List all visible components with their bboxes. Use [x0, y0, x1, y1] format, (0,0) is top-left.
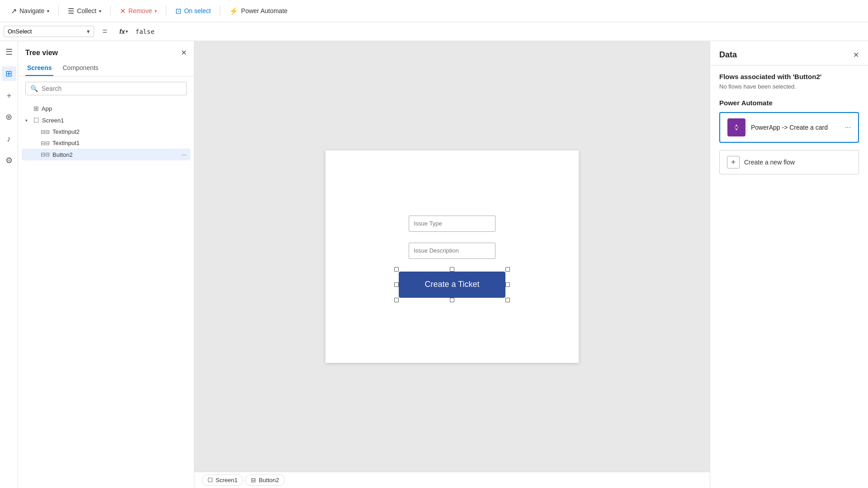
tree-item-screen1[interactable]: ▾ ☐ Screen1	[22, 114, 190, 126]
search-icon: 🔍	[30, 85, 38, 92]
navigate-label: Navigate	[19, 7, 44, 14]
collect-label: Collect	[77, 7, 96, 14]
data-btn[interactable]: ⊛	[2, 110, 16, 124]
formula-bar: OnSelect ▾ = fx ▾	[0, 22, 868, 41]
tree-item-textinput1[interactable]: ⊟⊟ TextInput1	[22, 137, 190, 149]
button-icon: ⊟⊟	[41, 151, 50, 158]
breadcrumb-screen1[interactable]: ☐ Screen1	[202, 474, 243, 486]
tree-tabs: Screens Components	[18, 61, 194, 76]
breadcrumb-button2-label: Button2	[259, 477, 279, 483]
fx-btn[interactable]: fx ▾	[116, 26, 132, 37]
breadcrumb-screen1-label: Screen1	[216, 477, 237, 483]
data-panel: Data ✕ Flows associated with 'Button2' N…	[710, 41, 868, 488]
cursor-icon: ⊡	[175, 7, 181, 15]
tree-item-label5: Button2	[52, 151, 73, 158]
settings-btn[interactable]: ⚙	[2, 153, 16, 168]
divider4	[220, 5, 220, 16]
canvas-form: Create a Ticket	[399, 216, 505, 298]
divider3	[166, 5, 166, 16]
screen-icon-footer: ☐	[208, 477, 213, 483]
tree-close-btn[interactable]: ✕	[181, 48, 187, 57]
media-icon: ♪	[7, 134, 11, 144]
tree-item-button2[interactable]: ⊟⊟ Button2 ···	[22, 149, 190, 160]
app-icon: ⊞	[33, 105, 39, 112]
formula-input[interactable]	[135, 28, 864, 35]
tree-items: ⊞ App ▾ ☐ Screen1 ⊟⊟ TextInput2 ⊟⊟ TextI…	[18, 101, 194, 488]
data-body: Flows associated with 'Button2' No flows…	[710, 66, 868, 488]
on-select-btn[interactable]: ⊡ On select	[170, 4, 216, 18]
tree-item-label2: Screen1	[42, 117, 64, 124]
flows-section-title: Flows associated with 'Button2'	[719, 73, 859, 80]
handle-br[interactable]	[505, 298, 510, 302]
create-ticket-label: Create a Ticket	[425, 280, 479, 289]
chevron-down-icon4: ▾	[87, 28, 90, 35]
search-input[interactable]	[42, 85, 182, 92]
remove-btn[interactable]: ✕ Remove ▾	[114, 4, 162, 18]
flows-subtitle: No flows have been selected.	[719, 83, 859, 90]
data-title: Data	[719, 50, 737, 60]
handle-tr[interactable]	[505, 267, 510, 272]
tree-item-label: App	[42, 105, 52, 112]
tree-item-label4: TextInput1	[52, 140, 80, 146]
flow-icon	[727, 118, 745, 136]
data-icon: ⊛	[5, 112, 12, 122]
main-layout: ☰ ⊞ ＋ ⊛ ♪ ⚙ Tree view ✕ Screens Componen…	[0, 41, 868, 488]
tree-title: Tree view	[25, 49, 58, 57]
handle-bm[interactable]	[450, 298, 454, 302]
chevron-down-icon5: ▾	[126, 29, 128, 34]
breadcrumb-button2[interactable]: ⊟ Button2	[245, 474, 285, 486]
tree-item-textinput2[interactable]: ⊟⊟ TextInput2	[22, 126, 190, 137]
handle-tl[interactable]	[394, 267, 399, 272]
chevron-down-icon: ▾	[47, 9, 49, 14]
tab-components[interactable]: Components	[61, 61, 100, 76]
search-box: 🔍	[25, 82, 187, 95]
layers-btn[interactable]: ⊞	[2, 66, 16, 81]
create-flow-btn[interactable]: + Create a new flow	[719, 150, 859, 174]
collect-btn[interactable]: ☰ Collect ▾	[62, 4, 107, 18]
equals-btn[interactable]: =	[98, 24, 112, 39]
screen-icon: ☐	[33, 117, 39, 124]
data-close-btn[interactable]: ✕	[853, 51, 859, 59]
hamburger-btn[interactable]: ☰	[2, 45, 16, 59]
canvas-footer: ☐ Screen1 ⊟ Button2	[194, 472, 710, 488]
chevron-down-icon2: ▾	[99, 9, 101, 14]
tree-item-label3: TextInput2	[52, 128, 80, 135]
remove-icon: ✕	[120, 7, 126, 15]
settings-icon: ⚙	[5, 155, 13, 165]
formula-selector[interactable]: OnSelect ▾	[4, 26, 94, 37]
navigate-btn[interactable]: ↗ Navigate ▾	[5, 4, 55, 18]
divider2	[110, 5, 111, 16]
tab-screens[interactable]: Screens	[25, 61, 53, 76]
on-select-label: On select	[184, 7, 211, 14]
data-header: Data ✕	[710, 41, 868, 66]
fx-label: fx	[119, 28, 125, 35]
media-btn[interactable]: ♪	[2, 131, 16, 146]
handle-tm[interactable]	[450, 267, 454, 272]
dots-menu[interactable]: ···	[181, 151, 187, 158]
toolbar: ↗ Navigate ▾ ☰ Collect ▾ ✕ Remove ▾ ⊡ On…	[0, 0, 868, 22]
power-automate-btn[interactable]: ⚡ Power Automate	[224, 4, 293, 18]
handle-ml[interactable]	[394, 282, 399, 287]
issue-description-input[interactable]	[409, 243, 495, 259]
handle-bl[interactable]	[394, 298, 399, 302]
tree-panel: Tree view ✕ Screens Components 🔍 ⊞ App ▾…	[18, 41, 194, 488]
hamburger-icon: ☰	[5, 47, 13, 57]
tree-item-app[interactable]: ⊞ App	[22, 103, 190, 114]
left-icon-bar: ☰ ⊞ ＋ ⊛ ♪ ⚙	[0, 41, 18, 488]
textinput-icon2: ⊟⊟	[41, 140, 50, 146]
create-ticket-btn[interactable]: Create a Ticket	[399, 272, 505, 298]
equals-symbol: =	[103, 27, 108, 36]
issue-type-input[interactable]	[409, 216, 495, 232]
add-icon: ＋	[5, 90, 13, 101]
navigate-icon: ↗	[11, 7, 17, 15]
handle-mr[interactable]	[505, 282, 510, 287]
canvas-content: Create a Ticket	[194, 41, 710, 472]
add-btn[interactable]: ＋	[2, 88, 16, 103]
flow-card-name: PowerApp -> Create a card	[751, 124, 840, 131]
flow-card[interactable]: PowerApp -> Create a card ···	[719, 112, 859, 143]
selector-value: OnSelect	[8, 28, 32, 35]
collect-icon: ☰	[68, 7, 74, 15]
plus-icon: +	[727, 156, 740, 169]
flow-card-dots[interactable]: ···	[845, 123, 851, 131]
button-icon-footer: ⊟	[251, 477, 256, 483]
